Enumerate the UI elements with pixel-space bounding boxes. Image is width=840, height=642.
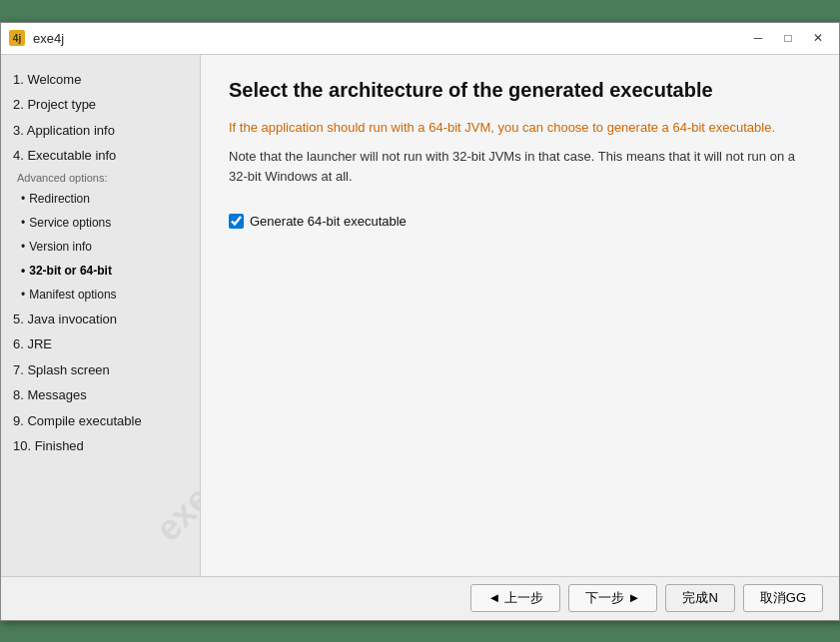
note-text: Note that the launcher will not run with…	[229, 147, 811, 186]
sidebar-item-jre[interactable]: 6. JRE	[1, 331, 200, 357]
sidebar-item-welcome[interactable]: 1. Welcome	[1, 67, 200, 93]
sidebar-item-messages[interactable]: 8. Messages	[1, 382, 200, 408]
close-button[interactable]: ✕	[805, 27, 831, 49]
sidebar-item-version-info[interactable]: •Version info	[1, 235, 200, 259]
bullet-icon: •	[21, 240, 25, 254]
page-title: Select the architecture of the generated…	[229, 79, 811, 102]
bullet-icon: •	[21, 192, 25, 206]
generate-64bit-label[interactable]: Generate 64-bit executable	[250, 214, 407, 229]
cancel-button[interactable]: 取消GG	[743, 584, 823, 612]
main-panel: Select the architecture of the generated…	[201, 55, 839, 576]
next-button[interactable]: 下一步 ►	[568, 584, 657, 612]
generate-64bit-row: Generate 64-bit executable	[229, 214, 811, 229]
footer: ◄ 上一步 下一步 ► 完成N 取消GG	[1, 576, 839, 620]
generate-64bit-checkbox[interactable]	[229, 214, 244, 229]
bullet-icon: •	[21, 288, 25, 302]
info-text: If the application should run with a 64-…	[229, 118, 811, 138]
sidebar-item-java-invocation[interactable]: 5. Java invocation	[1, 307, 200, 332]
sidebar-item-project-type[interactable]: 2. Project type	[1, 92, 200, 118]
window-controls: ─ □ ✕	[745, 27, 831, 49]
sidebar-item-executable-info[interactable]: 4. Executable info	[1, 143, 200, 169]
maximize-button[interactable]: □	[775, 27, 801, 49]
finish-button[interactable]: 完成N	[665, 584, 734, 612]
content-area: 1. Welcome2. Project type3. Application …	[1, 55, 839, 576]
back-button[interactable]: ◄ 上一步	[470, 584, 559, 612]
sidebar-item-compile-executable[interactable]: 9. Compile executable	[1, 408, 200, 434]
app-icon: 4j	[9, 30, 25, 46]
title-bar: 4j exe4j ─ □ ✕	[1, 23, 839, 55]
sidebar-item-32-64bit[interactable]: •32-bit or 64-bit	[1, 259, 200, 283]
sidebar-item-application-info[interactable]: 3. Application info	[1, 118, 200, 144]
minimize-button[interactable]: ─	[745, 27, 771, 49]
bullet-icon: •	[21, 264, 25, 278]
sidebar-item-advanced-options: Advanced options:	[1, 169, 200, 187]
bullet-icon: •	[21, 216, 25, 230]
sidebar-item-finished[interactable]: 10. Finished	[1, 433, 200, 459]
sidebar-item-manifest-options[interactable]: •Manifest options	[1, 283, 200, 307]
main-window: 4j exe4j ─ □ ✕ 1. Welcome2. Project type…	[0, 22, 840, 621]
window-title: exe4j	[33, 31, 745, 46]
sidebar: 1. Welcome2. Project type3. Application …	[1, 55, 201, 576]
sidebar-item-service-options[interactable]: •Service options	[1, 211, 200, 235]
sidebar-item-redirection[interactable]: •Redirection	[1, 187, 200, 211]
watermark: exe4j	[147, 456, 201, 549]
sidebar-item-splash-screen[interactable]: 7. Splash screen	[1, 357, 200, 383]
